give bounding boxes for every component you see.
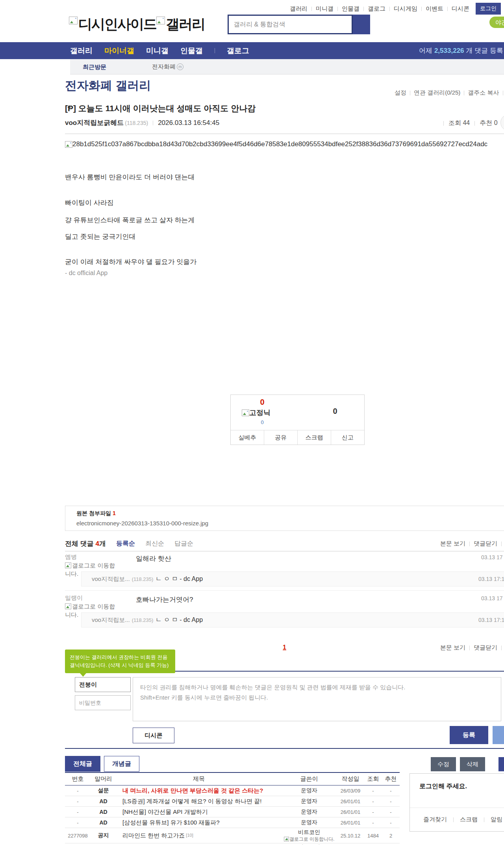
nav-item-minigall[interactable]: 미니갤 [146, 46, 169, 56]
comment-toggle-pill[interactable] [500, 114, 504, 131]
nav-item-minorgall[interactable]: 마이너갤 [104, 46, 134, 56]
nickname-input[interactable] [75, 677, 131, 692]
attachment-count: 1 [113, 510, 116, 516]
cell-writer[interactable]: 운영자 [282, 819, 337, 826]
close-comments-link[interactable]: 댓글닫기 [474, 644, 497, 651]
cell-date: 26/03/09 [337, 788, 364, 794]
dccon-button[interactable]: 디시콘 [133, 728, 174, 743]
cell-writer[interactable]: 운영자 [282, 787, 337, 794]
gallery-menu-copy-url[interactable]: 갤주소 복사 [468, 89, 499, 97]
cell-recs: 0 [382, 843, 400, 845]
post-link[interactable]: [삼성선물 유튜브] 유가 $100 재돌파? [116, 819, 282, 826]
submit-comment-button[interactable]: 등록 [450, 726, 488, 744]
topbar-link-gallery[interactable]: 갤러리 [290, 5, 308, 13]
silbechu-button[interactable]: 실베추 [231, 430, 264, 445]
comments-total-unit: 개 [99, 540, 106, 547]
edit-button[interactable]: 수정 [431, 757, 456, 771]
divider [65, 551, 504, 551]
cell-writer[interactable]: 비트코인 갤로그로 이동합니다. [282, 843, 337, 845]
best-posts-button[interactable]: 개념글 [104, 756, 139, 772]
topbar-link-gallog[interactable]: 갤로그 [368, 5, 385, 13]
submit-comment-button-secondary[interactable]: 등록 [493, 726, 504, 744]
login-button[interactable]: 로그인 [476, 3, 501, 15]
cell-date: 25.01.20 [337, 843, 364, 845]
view-post-link[interactable]: 본문 보기 [440, 540, 465, 547]
vote-buttons-bar: 실베추 공유 스크랩 신고 [231, 430, 364, 445]
writer-gallog: 갤로그로 이동합니다. [282, 836, 337, 843]
breadcrumb-gallery-name: 전자화폐 [152, 63, 176, 71]
nav-item-gallog[interactable]: 갤로그 [227, 46, 249, 56]
night-mode-button[interactable]: 야간 모드 [489, 17, 504, 28]
post-link[interactable]: 내 며느리, 사위로 만나면 부담스러울 것 같은 스타는? [116, 787, 282, 795]
comment-author[interactable]: 밀랭이 [65, 594, 83, 602]
nav-items: 갤러리 마이너갤 미니갤 인물갤 갤로그 [70, 42, 249, 59]
cell-date: 26/01/01 [337, 820, 364, 826]
search-input[interactable] [233, 20, 345, 28]
topbar-link-minigall[interactable]: 미니갤 [316, 5, 334, 13]
nav-item-gallery[interactable]: 갤러리 [70, 46, 93, 56]
tab-favorites[interactable]: 즐겨찾기 [423, 816, 447, 823]
topbar-link-dcgame[interactable]: 디시게임 [394, 5, 417, 13]
broken-image-icon [65, 603, 71, 609]
cell-writer[interactable]: 비트코인 갤로그로 이동합니다. [282, 829, 337, 843]
divider [337, 7, 338, 11]
cell-date: 26/01/01 [337, 798, 364, 804]
breadcrumb-gallery[interactable]: 전자화폐 m [152, 63, 183, 71]
cell-writer[interactable]: 운영자 [282, 808, 337, 815]
sort-replies[interactable]: 답글순 [174, 540, 193, 548]
reply-author[interactable]: voo지적립보... [92, 616, 130, 624]
post-link[interactable]: 리마인드 한번 하고가죠[10] [116, 832, 282, 839]
page-title[interactable]: 전자화폐 갤러리 [65, 78, 151, 94]
comment-textarea[interactable]: 타인의 권리를 침해하거나 명예를 훼손하는 댓글은 운영원칙 및 관련 법률에… [133, 677, 501, 721]
sort-newest[interactable]: 최신순 [145, 540, 164, 548]
cell-number: 2205503 [65, 843, 91, 845]
comments-total-count: 4 [95, 540, 99, 547]
sort-registered[interactable]: 등록순 [116, 540, 135, 548]
topbar-link-persongall[interactable]: 인물갤 [342, 5, 359, 13]
recent-visit-label[interactable]: 최근방문 [83, 63, 106, 71]
topbar-link-dccon[interactable]: 디시콘 [452, 5, 469, 13]
post-link[interactable]: [LS증권] 계좌개설 어떻게 해요? 이 동영상 하나면 끝! [116, 798, 282, 805]
fixed-nick-vote[interactable]: 고정닉 [242, 408, 271, 417]
gallery-menu-settings[interactable]: 설정 [395, 89, 406, 97]
table-row: - AD [삼성선물 유튜브] 유가 $100 재돌파? 운영자 26/01/0… [65, 817, 400, 828]
comment-guide-line2: Shift+Enter 키를 동시에 누르면 줄바꿈이 됩니다. [140, 692, 494, 703]
topbar-link-event[interactable]: 이벤트 [426, 5, 443, 13]
view-post-link[interactable]: 본문 보기 [440, 644, 465, 651]
dc-app-signature: - dc official App [65, 270, 107, 277]
divider [447, 7, 448, 11]
close-comments-link[interactable]: 댓글닫기 [474, 540, 497, 547]
site-logo[interactable]: 디시인사이드 갤러리 [69, 15, 205, 34]
report-button[interactable]: 신고 [331, 430, 364, 445]
post-author[interactable]: voo지적립보긁헤드 [65, 118, 124, 127]
divider [484, 817, 484, 822]
clipped-list-button[interactable] [498, 757, 504, 771]
col-recs: 추천 [382, 775, 400, 783]
share-button[interactable]: 공유 [264, 430, 297, 445]
comment-stat: 어제 2,533,226 개 댓글 등록 [419, 42, 503, 59]
nav-item-persongall[interactable]: 인물갤 [180, 46, 203, 56]
post-link[interactable]: [NH선물] 야간선물 API 개발하기 [116, 808, 282, 816]
divider [421, 7, 422, 11]
cell-writer[interactable]: 운영자 [282, 798, 337, 805]
all-posts-button[interactable]: 전체글 [65, 756, 100, 772]
delete-button[interactable]: 삭제 [460, 757, 485, 771]
cell-views: - [364, 788, 382, 794]
post-link[interactable]: 시무긍 open[26] [116, 843, 282, 845]
site-logo-section: 갤러리 [166, 15, 205, 34]
tab-scrap[interactable]: 스크랩 [460, 816, 478, 823]
sidebar-tabs: 즐겨찾기 스크랩 알림 [410, 808, 504, 823]
search-button[interactable] [353, 15, 370, 34]
tab-notifications[interactable]: 알림 [491, 816, 502, 823]
divider [65, 590, 504, 591]
divider [363, 7, 364, 11]
cell-views: - [364, 798, 382, 804]
attachment-filename[interactable]: electronicmoney-20260313-135310-000-resi… [76, 520, 504, 527]
comment-date: 03.13 17 [481, 595, 503, 601]
password-input[interactable] [75, 695, 131, 710]
comment-author[interactable]: 엠병 [65, 553, 77, 561]
gallery-menu-related[interactable]: 연관 갤러리(0/25) [414, 89, 460, 97]
scrap-button[interactable]: 스크랩 [297, 430, 331, 445]
broken-image-icon [69, 17, 78, 24]
reply-author[interactable]: voo지적립보... [92, 575, 130, 583]
